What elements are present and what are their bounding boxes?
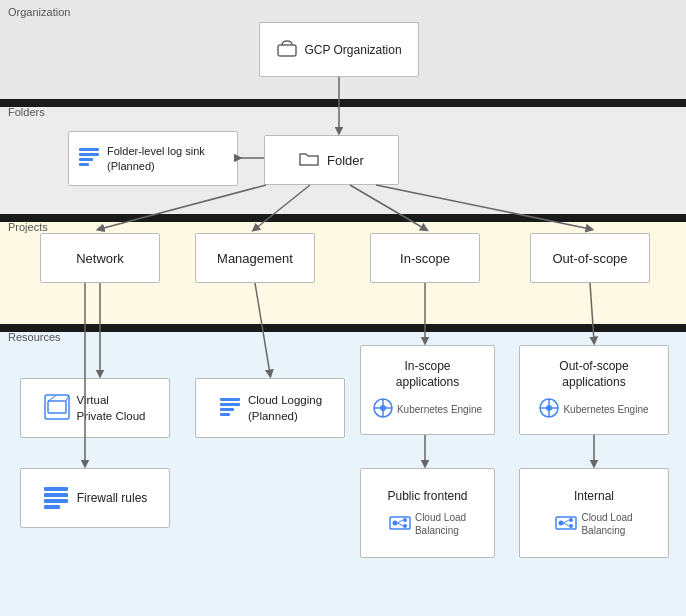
- svg-rect-4: [79, 163, 89, 166]
- resources-label: Resources: [8, 331, 61, 343]
- k8s-icon-1: [373, 398, 393, 421]
- svg-point-20: [546, 405, 552, 411]
- divider-3: [0, 324, 686, 332]
- svg-point-31: [403, 518, 407, 522]
- svg-rect-9: [220, 398, 240, 401]
- svg-rect-6: [48, 401, 66, 413]
- folders-label: Folders: [8, 106, 45, 118]
- public-frontend-card: Public frontend Cloud LoadBalancing: [360, 468, 495, 558]
- folder-icon: [299, 151, 319, 170]
- cloud-logging-card: Cloud Logging(Planned): [195, 378, 345, 438]
- management-card: Management: [195, 233, 315, 283]
- firewall-icon: [43, 484, 69, 513]
- network-label: Network: [76, 251, 124, 266]
- svg-point-36: [559, 520, 564, 525]
- out-of-scope-card: Out-of-scope: [530, 233, 650, 283]
- internal-card: Internal Cloud LoadBalancing: [519, 468, 669, 558]
- svg-point-14: [380, 405, 386, 411]
- svg-rect-12: [220, 413, 230, 416]
- svg-rect-2: [79, 153, 99, 156]
- folder-log-sink-label: Folder-level log sink (Planned): [107, 144, 229, 173]
- vpc-label: VirtualPrivate Cloud: [76, 392, 145, 424]
- public-frontend-label: Public frontend: [387, 489, 467, 503]
- k8s-engine-label-2: Kubernetes Engine: [563, 404, 648, 415]
- projects-label: Projects: [8, 221, 48, 233]
- out-of-scope-apps-card: Out-of-scopeapplications Kubernetes Engi…: [519, 345, 669, 435]
- svg-point-37: [569, 518, 573, 522]
- svg-point-30: [392, 520, 397, 525]
- firewall-rules-label: Firewall rules: [77, 491, 148, 505]
- org-label: Organization: [8, 6, 70, 18]
- out-of-scope-apps-label: Out-of-scopeapplications: [559, 359, 628, 390]
- svg-point-38: [569, 524, 573, 528]
- cloud-icon: [276, 39, 298, 60]
- in-scope-apps-card: In-scopeapplications Kubernetes Engine: [360, 345, 495, 435]
- logging-icon-2: [218, 395, 242, 422]
- internal-label: Internal: [574, 489, 614, 503]
- folder-card: Folder: [264, 135, 399, 185]
- lb-label-2: Cloud LoadBalancing: [581, 511, 632, 537]
- in-scope-card: In-scope: [370, 233, 480, 283]
- in-scope-label: In-scope: [400, 251, 450, 266]
- svg-rect-11: [220, 408, 234, 411]
- svg-rect-28: [44, 505, 60, 509]
- in-scope-apps-label: In-scopeapplications: [396, 359, 459, 390]
- svg-rect-1: [79, 148, 99, 151]
- svg-line-40: [564, 523, 570, 526]
- svg-rect-27: [44, 499, 68, 503]
- svg-point-32: [403, 524, 407, 528]
- folder-log-sink-card: Folder-level log sink (Planned): [68, 131, 238, 186]
- network-card: Network: [40, 233, 160, 283]
- out-of-scope-label: Out-of-scope: [552, 251, 627, 266]
- management-label: Management: [217, 251, 293, 266]
- divider-1: [0, 99, 686, 107]
- gcp-org-label: GCP Organization: [304, 43, 401, 57]
- firewall-rules-card: Firewall rules: [20, 468, 170, 528]
- svg-rect-26: [44, 493, 68, 497]
- svg-line-39: [564, 520, 570, 523]
- svg-line-7: [48, 395, 57, 401]
- svg-rect-10: [220, 403, 240, 406]
- cloud-logging-label: Cloud Logging(Planned): [248, 392, 322, 424]
- logging-icon-1: [77, 145, 101, 172]
- svg-line-33: [397, 520, 403, 523]
- lb-icon-1: [389, 512, 411, 537]
- svg-rect-0: [278, 45, 296, 56]
- svg-rect-25: [44, 487, 68, 491]
- lb-label-1: Cloud LoadBalancing: [415, 511, 466, 537]
- divider-2: [0, 214, 686, 222]
- svg-line-34: [397, 523, 403, 526]
- gcp-org-card: GCP Organization: [259, 22, 419, 77]
- folder-label: Folder: [327, 153, 364, 168]
- lb-icon-2: [555, 512, 577, 537]
- vpc-card: VirtualPrivate Cloud: [20, 378, 170, 438]
- vpc-icon: [44, 394, 70, 423]
- k8s-engine-label-1: Kubernetes Engine: [397, 404, 482, 415]
- k8s-icon-2: [539, 398, 559, 421]
- svg-rect-3: [79, 158, 93, 161]
